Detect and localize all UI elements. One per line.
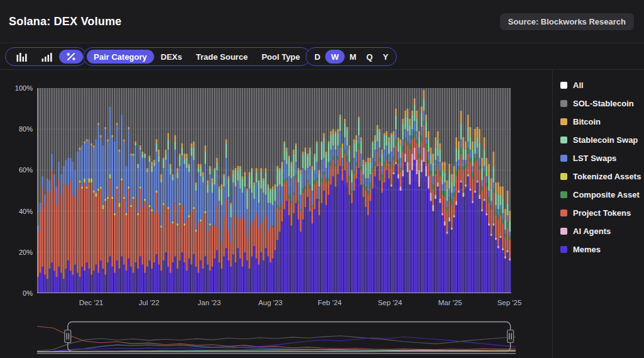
legend-item-stablecoin-swap[interactable]: Stablecoin Swap [560,131,644,149]
ascending-bar-chart-icon[interactable] [34,50,59,64]
legend-item-memes[interactable]: Memes [560,240,644,259]
legend-swatch [560,191,567,198]
legend-item-composite-asset[interactable]: Composite Asset [560,186,644,204]
tab-yearly[interactable]: Y [378,50,394,64]
tab-pair-category[interactable]: Pair Category [87,50,154,64]
tab-quarterly[interactable]: Q [362,50,378,64]
legend-label: Stablecoin Swap [573,135,638,145]
legend-swatch [560,173,567,180]
header: Solana: DEX Volume Source: Blockworks Re… [0,0,644,43]
tab-trade-source[interactable]: Trade Source [189,50,255,64]
blockworks-chart-page: Solana: DEX Volume Source: Blockworks Re… [0,0,644,358]
y-tick-label: 40% [5,208,33,215]
x-tick-label: Dec '21 [66,299,116,306]
legend-label: Project Tokens [573,208,631,218]
timeline-navigator[interactable] [37,321,516,355]
x-tick-label: Sep '24 [365,299,415,306]
legend-swatch [560,118,567,125]
x-tick-label: Jul '22 [124,299,174,306]
tab-pool-type[interactable]: Pool Type [255,50,307,64]
tab-weekly[interactable]: W [325,50,344,64]
legend-panel: AllSOL-StablecoinBitcoinStablecoin SwapL… [552,70,644,358]
bar-chart-icon[interactable] [9,50,34,64]
y-tick-label: 60% [5,166,33,174]
legend-label: LST Swaps [573,154,616,163]
legend-label: Tokenized Assets [573,172,641,181]
stacked-bar-chart[interactable] [37,88,511,293]
legend-item-bitcoin[interactable]: Bitcoin [560,113,644,131]
x-tick-label: Jan '23 [184,299,235,306]
percent-icon[interactable] [59,50,83,64]
y-tick-label: 80% [5,125,33,133]
legend-label: Memes [573,245,601,254]
chart-type-group [5,47,87,66]
legend-label: Composite Asset [573,190,640,199]
legend-item-project-tokens[interactable]: Project Tokens [560,204,644,222]
y-tick-label: 100% [5,84,33,92]
legend-swatch [560,155,567,162]
legend-item-tokenized-assets[interactable]: Tokenized Assets [560,167,644,186]
tab-dexs[interactable]: DEXs [154,50,189,64]
legend-swatch [560,82,567,89]
legend-swatch [560,137,567,143]
legend-swatch [560,100,567,107]
x-tick-label: Sep '25 [484,299,535,306]
legend-item-ai-agents[interactable]: AI Agents [560,222,644,240]
legend-swatch [560,210,567,216]
toolbar-divider [0,69,644,70]
legend-item-all[interactable]: All [560,76,644,94]
x-tick-label: Feb '24 [304,299,355,306]
tab-monthly[interactable]: M [345,50,362,64]
y-tick-label: 20% [5,249,33,256]
source-badge: Source: Blockworks Research [500,13,634,30]
legend-item-sol-stablecoin[interactable]: SOL-Stablecoin [560,94,644,113]
legend-label: AI Agents [573,227,611,236]
header-divider [0,43,644,43]
legend-label: All [573,81,584,90]
legend-label: Bitcoin [573,117,601,126]
legend-swatch [560,228,567,235]
legend-label: SOL-Stablecoin [573,99,634,108]
x-tick-label: Mar '25 [425,299,475,306]
legend-swatch [560,246,567,253]
x-tick-label: Aug '23 [245,299,296,306]
granularity-tab-group: D W M Q Y [306,47,397,66]
page-title: Solana: DEX Volume [9,15,121,28]
legend-item-lst-swaps[interactable]: LST Swaps [560,149,644,167]
category-tab-group: Pair Category DEXs Trade Source Pool Typ… [83,47,311,66]
y-tick-label: 0% [5,289,33,297]
tab-daily[interactable]: D [309,50,325,64]
